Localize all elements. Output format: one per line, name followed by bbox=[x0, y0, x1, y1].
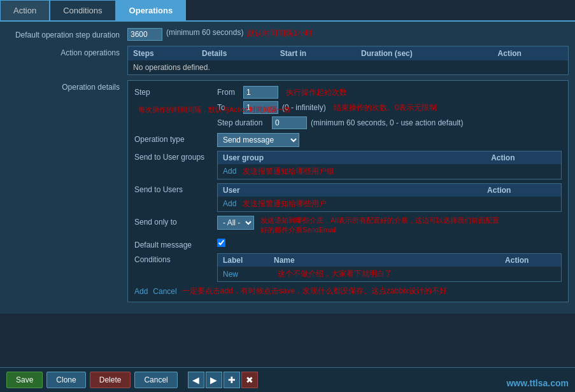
watermark: www.ttlsa.com bbox=[506, 378, 569, 388]
from-input[interactable] bbox=[243, 86, 278, 99]
conditions-row: Conditions Label Name Action bbox=[134, 253, 562, 282]
op-type-label: Operation type bbox=[134, 133, 217, 144]
cancel-link[interactable]: Cancel bbox=[153, 287, 176, 296]
step-duration-input[interactable] bbox=[127, 28, 162, 41]
bottom-bar: Save Clone Delete Cancel ◀ ▶ ✚ ✖ www.ttl… bbox=[0, 367, 575, 392]
cond-col-action: Action bbox=[500, 254, 561, 267]
save-button[interactable]: Save bbox=[6, 372, 43, 388]
conditions-label: Conditions bbox=[134, 253, 217, 264]
to-note: 结束操作的次数。0表示无限制 bbox=[334, 102, 437, 113]
step-duration-note: 默认时间间隔1小时 bbox=[247, 28, 313, 39]
action-ops-value: Steps Details Start in Duration (sec) Ac… bbox=[127, 46, 569, 75]
default-msg-label: Default message bbox=[134, 239, 217, 249]
usergroups-note: 发送报警通知给哪些用户组 bbox=[243, 167, 334, 176]
usergroups-table: User group Action Add 发送报警通知给哪些用户组 bbox=[217, 151, 562, 179]
usergroups-add-link[interactable]: Add bbox=[223, 167, 236, 176]
step-value: From 执行操作起始次数 To (0 - infinitely) 结束操作的次… bbox=[217, 86, 562, 129]
duration-hint: (minimum 60 seconds, 0 - use action defa… bbox=[311, 118, 463, 127]
step-duration-label: Default operation step duration bbox=[6, 28, 127, 39]
ug-col-action: Action bbox=[486, 151, 561, 164]
scroll-close-btn[interactable]: ✖ bbox=[241, 372, 258, 388]
op-details-label: Operation details bbox=[6, 80, 127, 92]
conditions-value: Label Name Action New bbox=[217, 253, 562, 282]
u-col-action: Action bbox=[482, 184, 561, 197]
cancel-button[interactable]: Cancel bbox=[134, 372, 177, 388]
duration-input[interactable] bbox=[272, 116, 307, 129]
u-col-user: User bbox=[218, 184, 482, 197]
send-usergroups-row: Send to User groups User group Action bbox=[134, 151, 562, 179]
scroll-right-btn[interactable]: ▶ bbox=[206, 372, 222, 388]
cond-add-row: New 这个不做介绍，大家看下就明白了 bbox=[218, 267, 561, 281]
op-type-row: Operation type Send message Remote comma… bbox=[134, 133, 562, 147]
op-type-value: Send message Remote command bbox=[217, 133, 562, 147]
send-usergroups-label: Send to User groups bbox=[134, 151, 217, 162]
u-add-row: Add 发送报警通知给哪些用户 bbox=[218, 197, 561, 211]
send-only-row: Send only to - All - 发送通知到哪些介质，All表示所有配置… bbox=[134, 216, 562, 235]
ug-col-group: User group bbox=[218, 151, 486, 164]
from-label: From bbox=[217, 88, 239, 97]
col-action: Action bbox=[493, 46, 568, 60]
send-users-label: Send to Users bbox=[134, 183, 217, 194]
op-type-select[interactable]: Send message Remote command bbox=[217, 133, 299, 147]
scroll-cross-btn[interactable]: ✚ bbox=[224, 372, 240, 388]
conditions-new-link[interactable]: New bbox=[223, 270, 238, 279]
ug-add-row: Add 发送报警通知给哪些用户组 bbox=[218, 164, 561, 179]
duration-label: Step duration bbox=[217, 118, 268, 127]
duration-overlay: 每次操作的时间间隔，默认与Action时间间隔一致 bbox=[138, 105, 291, 115]
op-details-value: Step From 执行操作起始次数 To (0 - infinitely) 结… bbox=[127, 80, 569, 302]
step-label: Step bbox=[134, 86, 217, 97]
send-usergroups-value: User group Action Add 发送报警通知给哪些用户组 bbox=[217, 151, 562, 179]
step-duration-hint: (minimum 60 seconds) bbox=[166, 28, 243, 37]
action-ops-row: Action operations Steps Details Start in… bbox=[6, 46, 569, 75]
no-ops-text: No operations defined. bbox=[128, 60, 568, 74]
clone-button[interactable]: Clone bbox=[46, 372, 85, 388]
cond-col-label: Label bbox=[218, 254, 269, 267]
tab-action[interactable]: Action bbox=[0, 0, 50, 20]
users-table: User Action Add 发送报警通知给哪些用户 bbox=[217, 183, 562, 212]
col-duration: Duration (sec) bbox=[356, 46, 493, 60]
scroll-left-btn[interactable]: ◀ bbox=[188, 372, 204, 388]
conditions-table: Label Name Action New bbox=[217, 253, 562, 282]
op-details-row: Operation details Step From 执行操作起始次数 To bbox=[6, 80, 569, 302]
tab-bar: Action Conditions Operations bbox=[0, 0, 575, 22]
scroll-controls: ◀ ▶ ✚ ✖ bbox=[188, 372, 258, 388]
step-duration-value: (minimum 60 seconds) 默认时间间隔1小时 bbox=[127, 28, 569, 41]
add-link[interactable]: Add bbox=[134, 287, 148, 296]
send-only-select[interactable]: - All - bbox=[217, 216, 254, 230]
send-only-note: 发送通知到哪些介质，All表示所有配置好的介质，这边可以选择我们前面配置好的邮件… bbox=[260, 216, 502, 235]
step-row: Step From 执行操作起始次数 To (0 - infinitely) 结… bbox=[134, 86, 562, 129]
from-note: 执行操作起始次数 bbox=[286, 87, 347, 98]
send-users-value: User Action Add 发送报警通知给哪些用户 bbox=[217, 183, 562, 212]
main-content: Default operation step duration (minimum… bbox=[0, 22, 575, 314]
conditions-note: 这个不做介绍，大家看下就明白了 bbox=[278, 269, 392, 278]
delete-button[interactable]: Delete bbox=[90, 372, 131, 388]
send-only-label: Send only to bbox=[134, 216, 217, 227]
default-msg-value bbox=[217, 239, 562, 247]
users-note: 发送报警通知给哪些用户 bbox=[243, 199, 327, 208]
default-msg-checkbox[interactable] bbox=[217, 239, 225, 247]
action-ops-label: Action operations bbox=[6, 46, 127, 57]
default-msg-row: Default message bbox=[134, 239, 562, 249]
col-details: Details bbox=[197, 46, 275, 60]
add-cancel-row: Add Cancel 一定要点击add，有时候点击save，发现什么都没保存。这… bbox=[134, 286, 562, 297]
send-users-row: Send to Users User Action bbox=[134, 183, 562, 212]
cond-col-name: Name bbox=[269, 254, 500, 267]
op-details-box: Step From 执行操作起始次数 To (0 - infinitely) 结… bbox=[127, 80, 569, 302]
col-startin: Start in bbox=[275, 46, 356, 60]
ops-table: Steps Details Start in Duration (sec) Ac… bbox=[127, 46, 569, 75]
add-cancel-note: 一定要点击add，有时候点击save，发现什么都没保存。这点zabbix设计的不… bbox=[182, 286, 447, 297]
send-only-value: - All - 发送通知到哪些介质，All表示所有配置好的介质，这边可以选择我们… bbox=[217, 216, 562, 235]
users-add-link[interactable]: Add bbox=[223, 199, 236, 208]
step-duration-row: Default operation step duration (minimum… bbox=[6, 28, 569, 41]
col-steps: Steps bbox=[128, 46, 197, 60]
tab-conditions[interactable]: Conditions bbox=[50, 0, 115, 20]
tab-operations[interactable]: Operations bbox=[116, 0, 187, 20]
